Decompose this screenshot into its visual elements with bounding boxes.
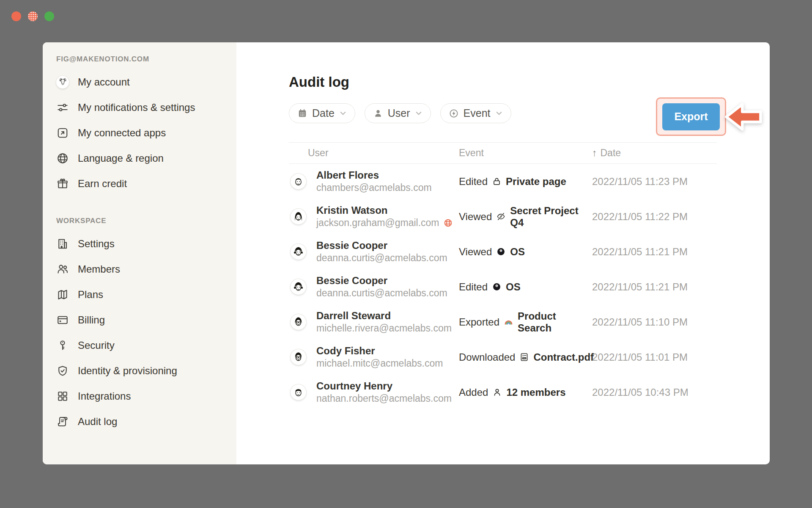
audit-log-page: Audit log Date — [236, 42, 770, 464]
user-email: jackson.graham@gmail.com — [316, 217, 453, 229]
external-guest-globe-icon — [443, 218, 453, 228]
event-date: 2022/11/05 11:01 PM — [592, 351, 717, 363]
people-icon — [56, 263, 69, 276]
sliders-icon — [56, 101, 69, 114]
event-filter-button[interactable]: Event — [440, 103, 511, 123]
user-email: michelle.rivera@acmelabs.com — [316, 323, 452, 334]
sort-ascending-icon: ↑ — [592, 147, 597, 158]
workspace-section-header: WORKSPACE — [56, 217, 236, 225]
gift-icon — [56, 177, 69, 190]
table-row: Albert Flores chambers@acmelabs.com Edit… — [289, 164, 717, 199]
document-icon: A — [519, 352, 529, 362]
audit-log-table: User Event ↑Date Alber — [289, 142, 717, 410]
sidebar-item-audit-log[interactable]: Audit log — [56, 409, 236, 434]
eight-ball-icon: 8 — [496, 247, 506, 257]
event-date: 2022/11/05 11:10 PM — [592, 316, 717, 328]
avatar — [291, 209, 306, 224]
user-email: chambers@acmelabs.com — [316, 182, 432, 193]
table-row: Cody Fisher michael.mitc@acmelabs.com Do… — [289, 340, 717, 375]
table-row: Bessie Cooper deanna.curtis@acmelabs.com… — [289, 269, 717, 304]
lock-icon — [492, 177, 502, 186]
sidebar-item-integrations[interactable]: Integrations — [56, 384, 236, 409]
avatar — [291, 244, 306, 260]
zoom-window-button[interactable] — [44, 11, 54, 21]
svg-text:A: A — [522, 354, 524, 357]
sidebar-item-label: Identity & provisioning — [78, 365, 177, 377]
sidebar-item-billing[interactable]: Billing — [56, 307, 236, 333]
key-icon — [56, 339, 69, 352]
close-window-button[interactable] — [11, 11, 21, 21]
building-icon — [56, 237, 69, 250]
sidebar-item-label: My account — [78, 76, 130, 88]
event-object: OS — [506, 281, 521, 293]
eight-ball-icon: 8 — [492, 282, 502, 292]
scroll-icon — [56, 415, 69, 428]
person-icon — [492, 387, 502, 397]
account-avatar-icon — [56, 76, 69, 88]
avatar — [291, 279, 306, 295]
sidebar-item-members[interactable]: Members — [56, 257, 236, 282]
lightning-circle-icon — [449, 108, 459, 119]
export-button[interactable]: Export — [662, 103, 720, 130]
avatar — [291, 349, 306, 365]
shield-check-icon — [56, 364, 69, 377]
filter-label: Date — [312, 107, 335, 119]
event-action: Edited — [459, 281, 488, 293]
settings-window: FIG@MAKENOTION.COM My account — [43, 42, 770, 464]
event-object: Secret Project Q4 — [510, 205, 592, 229]
event-action: Viewed — [459, 211, 492, 223]
sidebar-item-earn-credit[interactable]: Earn credit — [56, 171, 236, 196]
column-header-date[interactable]: ↑Date — [592, 147, 717, 159]
page-title: Audit log — [289, 74, 717, 91]
user-name: Courtney Henry — [316, 380, 392, 392]
sidebar-item-identity-provisioning[interactable]: Identity & provisioning — [56, 358, 236, 384]
event-object: Product Search — [518, 310, 592, 334]
table-row: Bessie Cooper deanna.curtis@acmelabs.com… — [289, 234, 717, 269]
sidebar-item-settings[interactable]: Settings — [56, 231, 236, 257]
rainbow-icon — [504, 317, 513, 327]
sidebar-item-label: Members — [78, 263, 120, 275]
event-date: 2022/11/05 11:22 PM — [592, 211, 717, 223]
eye-off-icon — [496, 212, 506, 221]
event-action: Added — [459, 387, 488, 398]
event-action: Exported — [459, 316, 499, 328]
calendar-icon — [297, 108, 307, 119]
chevron-down-icon — [416, 111, 422, 116]
event-object: 12 members — [506, 387, 565, 398]
user-email: michael.mitc@acmelabs.com — [316, 358, 443, 369]
chevron-down-icon — [496, 111, 502, 116]
user-email: nathan.roberts@acmelabs.com — [316, 393, 452, 404]
event-action: Downloaded — [459, 351, 515, 363]
sidebar-item-connected-apps[interactable]: My connected apps — [56, 120, 236, 146]
sidebar-item-notifications-settings[interactable]: My notifications & settings — [56, 95, 236, 120]
avatar — [291, 384, 306, 400]
table-header-row: User Event ↑Date — [289, 142, 717, 164]
avatar — [291, 314, 306, 330]
event-object: Contract.pdf — [533, 351, 594, 363]
user-filter-button[interactable]: User — [365, 103, 431, 123]
sidebar-item-plans[interactable]: Plans — [56, 282, 236, 307]
user-name: Kristin Watson — [316, 204, 387, 216]
account-section-header: FIG@MAKENOTION.COM — [56, 55, 236, 64]
sidebar-item-security[interactable]: Security — [56, 333, 236, 358]
annotation-arrow-icon — [724, 101, 763, 133]
map-icon — [56, 288, 69, 301]
event-date: 2022/11/05 11:21 PM — [592, 281, 717, 293]
user-name: Albert Flores — [316, 169, 379, 181]
user-email: deanna.curtis@acmelabs.com — [316, 252, 447, 264]
export-highlight-box: Export — [656, 97, 726, 136]
sidebar-item-label: My notifications & settings — [78, 102, 195, 113]
sidebar-item-my-account[interactable]: My account — [56, 69, 236, 95]
filter-toolbar: Date User — [289, 103, 717, 123]
event-object: OS — [510, 246, 525, 258]
sidebar-item-language-region[interactable]: Language & region — [56, 146, 236, 171]
user-name: Bessie Cooper — [316, 240, 387, 251]
sidebar-item-label: Integrations — [78, 390, 131, 402]
minimize-window-button[interactable] — [28, 11, 38, 21]
sidebar-item-label: Audit log — [78, 416, 117, 428]
credit-card-icon — [56, 314, 69, 326]
sidebar-item-label: My connected apps — [78, 127, 166, 139]
table-row: Kristin Watson jackson.graham@gmail.com — [289, 199, 717, 234]
column-header-event: Event — [459, 147, 592, 159]
date-filter-button[interactable]: Date — [289, 103, 355, 123]
